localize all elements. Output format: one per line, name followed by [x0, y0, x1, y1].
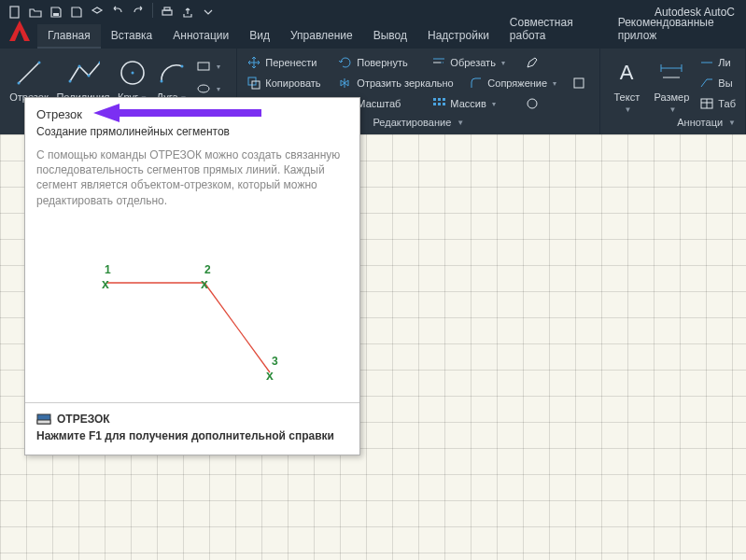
svg-rect-54: [37, 420, 50, 424]
dimension-label: Размер: [654, 91, 689, 103]
modify-extra-3[interactable]: [521, 93, 547, 114]
svg-point-7: [69, 80, 72, 83]
text-label: Текст: [613, 91, 640, 103]
array-label: Массив: [450, 98, 486, 109]
chevron-down-icon: ▼: [669, 105, 676, 114]
annot-table-button[interactable]: Таб: [696, 93, 739, 114]
mirror-button[interactable]: Отразить зеркально: [334, 73, 465, 93]
svg-rect-32: [433, 103, 436, 105]
arc-icon: [155, 56, 189, 90]
rotate-label: Повернуть: [357, 57, 407, 68]
svg-line-4: [19, 63, 39, 83]
svg-line-46: [204, 283, 270, 372]
tooltip-illustration: 1 x 2 x 3 x: [36, 216, 348, 393]
dimension-icon: [655, 56, 688, 90]
qat-undo-icon[interactable]: [108, 3, 127, 21]
qat-print-icon[interactable]: [158, 3, 176, 21]
modify-extra-1[interactable]: [521, 52, 547, 73]
svg-rect-2: [162, 10, 172, 15]
svg-point-9: [88, 75, 91, 77]
tab-addins[interactable]: Надстройки: [417, 24, 500, 49]
dimension-button[interactable]: Размер▼: [649, 52, 694, 115]
annotation-arrow: [93, 101, 271, 125]
chevron-down-icon: ▼: [457, 119, 464, 127]
annot-table-label: Таб: [718, 98, 736, 109]
command-icon: [36, 413, 51, 426]
circle-button[interactable]: Круг▼: [114, 52, 151, 104]
modify-extra-2[interactable]: [568, 73, 594, 93]
svg-text:x: x: [201, 276, 208, 291]
qat-share-icon[interactable]: [178, 3, 197, 21]
tab-insert[interactable]: Вставка: [101, 24, 163, 49]
ribbon-tabs: Главная Вставка Аннотации Вид Управление…: [0, 24, 746, 49]
linear-dim-icon: [699, 55, 714, 70]
text-icon: A: [610, 56, 643, 90]
qat-separator: [152, 3, 153, 18]
tab-annotate[interactable]: Аннотации: [162, 24, 239, 49]
arc-button[interactable]: Дуга▼: [153, 52, 190, 104]
chevron-down-icon: ▼: [728, 119, 736, 127]
qat-dropdown-icon[interactable]: [199, 3, 218, 21]
array-button[interactable]: Массив▾: [428, 93, 521, 114]
chevron-down-icon: ▼: [624, 105, 631, 114]
fillet-label: Сопряжение: [487, 77, 547, 89]
svg-rect-3: [164, 7, 170, 10]
qat-plot-icon[interactable]: [88, 3, 106, 21]
svg-point-13: [161, 80, 163, 83]
tab-collab[interactable]: Совместная работа: [500, 11, 608, 49]
annot-leader-button[interactable]: Вы: [696, 73, 739, 93]
app-logo[interactable]: [6, 17, 34, 45]
tooltip-command: ОТРЕЗОК: [36, 413, 348, 426]
polyline-icon: [66, 56, 100, 90]
polyline-button[interactable]: Полилиния: [54, 52, 112, 103]
qat-save-icon[interactable]: [47, 3, 65, 21]
text-button[interactable]: A Текст▼: [606, 52, 647, 115]
trim-button[interactable]: Обрезать▾: [428, 52, 521, 73]
panel-annot-title[interactable]: Аннотаци▼: [606, 114, 739, 130]
tooltip-description: С помощью команды ОТРЕЗОК можно создать …: [36, 147, 348, 208]
tooltip-subtitle: Создание прямолинейных сегментов: [36, 125, 348, 138]
svg-point-12: [132, 72, 134, 75]
qat-redo-icon[interactable]: [129, 3, 148, 21]
trim-icon: [431, 55, 446, 70]
array-icon: [431, 96, 446, 111]
svg-rect-1: [53, 13, 59, 16]
chevron-down-icon: ▾: [501, 59, 505, 67]
svg-text:2: 2: [204, 263, 211, 276]
draw-extra-2[interactable]: ▾: [192, 78, 215, 99]
rotate-button[interactable]: Повернуть: [334, 52, 428, 73]
tab-featured[interactable]: Рекомендованные прилож: [608, 11, 746, 49]
leader-icon: [699, 76, 714, 91]
tab-view[interactable]: Вид: [239, 24, 280, 49]
annot-line-button[interactable]: Ли: [696, 52, 739, 73]
annot-line-label: Ли: [718, 57, 730, 68]
line-button[interactable]: Отрезок: [6, 52, 52, 103]
svg-point-14: [181, 65, 184, 68]
svg-point-35: [528, 99, 537, 108]
chevron-down-icon: ▾: [553, 79, 556, 88]
pencil-icon: [525, 55, 540, 70]
chevron-down-icon: ▾: [217, 63, 220, 71]
mirror-label: Отразить зеркально: [357, 77, 453, 89]
annot-leader-label: Вы: [718, 77, 732, 89]
line-icon: [12, 56, 46, 90]
extra-icon: [525, 96, 540, 111]
qat-saveas-icon[interactable]: [67, 3, 86, 21]
svg-point-8: [78, 65, 81, 68]
move-button[interactable]: Перенести: [243, 52, 334, 73]
fillet-button[interactable]: Сопряжение▾: [465, 73, 568, 93]
copy-button[interactable]: Копировать: [243, 73, 334, 93]
svg-text:3: 3: [272, 355, 278, 368]
draw-extra-1[interactable]: ▾: [192, 56, 215, 77]
tab-output[interactable]: Вывод: [363, 24, 417, 49]
trim-label: Обрезать: [450, 57, 496, 68]
tooltip-separator: [25, 402, 359, 403]
tab-home[interactable]: Главная: [37, 24, 101, 49]
rect-icon: [196, 59, 211, 74]
svg-text:x: x: [266, 368, 274, 383]
tab-manage[interactable]: Управление: [280, 24, 363, 49]
table-icon: [699, 96, 714, 111]
mirror-icon: [338, 76, 353, 91]
extra-icon: [571, 76, 586, 91]
scale-label: Масштаб: [357, 98, 401, 109]
